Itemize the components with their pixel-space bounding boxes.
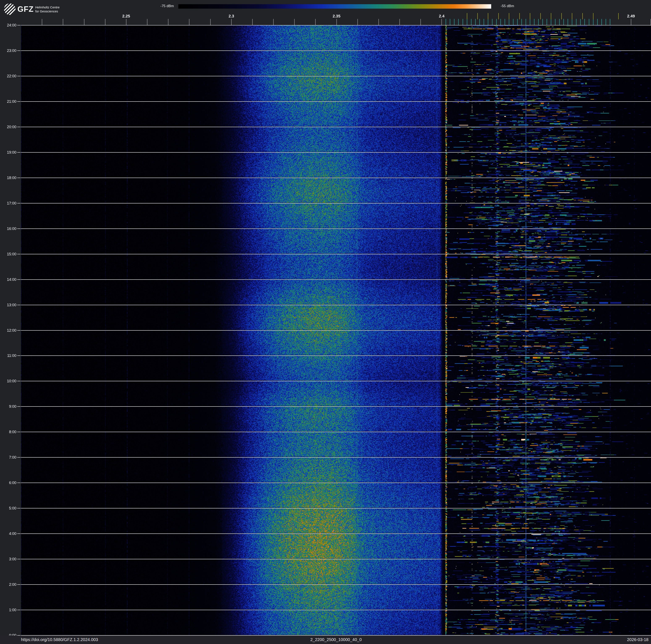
time-axis-label-100: 1:00 [9, 608, 17, 612]
time-axis-label-900: 9:00 [9, 404, 17, 409]
time-axis-label-400: 4:00 [9, 531, 17, 536]
time-axis-label-1900: 19:00 [7, 150, 17, 154]
logo-brand-text: GFZ [18, 5, 34, 14]
logo-subtitle-line1: Helmholtz Centre [35, 5, 60, 9]
logo-subtitle: Helmholtz Centre for Geosciences [35, 5, 60, 13]
time-axis-label-1600: 16:00 [7, 226, 17, 231]
time-axis-label-1400: 14:00 [7, 277, 17, 282]
time-axis-label-2000: 20:00 [7, 125, 17, 129]
logo-subtitle-line2: for Geosciences [35, 9, 60, 13]
time-axis-label-2300: 23:00 [7, 48, 17, 53]
time-axis-label-2100: 21:00 [7, 99, 17, 104]
spectrogram-canvas [0, 0, 651, 644]
gfz-logo: GFZ Helmholtz Centre for Geosciences [4, 3, 60, 15]
time-axis-label-1800: 18:00 [7, 176, 17, 180]
freq-axis-label-2.35: 2.35 [333, 14, 340, 19]
time-axis-label-1100: 11:00 [7, 354, 17, 358]
gfz-striped-globe-icon [4, 3, 16, 15]
footer-date: 2026-03-18 [627, 637, 649, 642]
time-axis-label-700: 7:00 [9, 455, 17, 460]
freq-axis-label-2.25: 2.25 [122, 14, 130, 19]
time-axis-label-1500: 15:00 [7, 252, 17, 256]
colorbar-gradient [178, 4, 491, 9]
time-axis-label-600: 6:00 [9, 481, 17, 485]
footer-dataset-id: 2_2200_2500_10000_40_0 [21, 637, 651, 642]
time-axis-label-300: 3:00 [9, 557, 17, 561]
time-axis-label-1300: 13:00 [7, 303, 17, 307]
colorbar-min-label: -75 dBm [160, 4, 174, 8]
time-axis-label-200: 2:00 [9, 582, 17, 587]
colorbar-max-label: -55 dBm [501, 4, 514, 8]
time-axis-label-1700: 17:00 [7, 201, 17, 205]
freq-axis-label-2.3: 2.3 [228, 14, 234, 19]
time-axis-label-1000: 10:00 [7, 379, 17, 383]
freq-axis-label-2.49: 2.49 [627, 14, 635, 19]
time-axis-label-2200: 22:00 [7, 74, 17, 78]
time-axis-label-800: 8:00 [9, 430, 17, 434]
time-axis-label-2400: 24:00 [7, 23, 17, 28]
time-axis-label-1200: 12:00 [7, 328, 17, 332]
freq-axis-label-2.4: 2.4 [439, 14, 444, 19]
time-axis-label-500: 5:00 [9, 506, 17, 510]
spectrogram-page: GFZ Helmholtz Centre for Geosciences -75… [0, 0, 651, 644]
